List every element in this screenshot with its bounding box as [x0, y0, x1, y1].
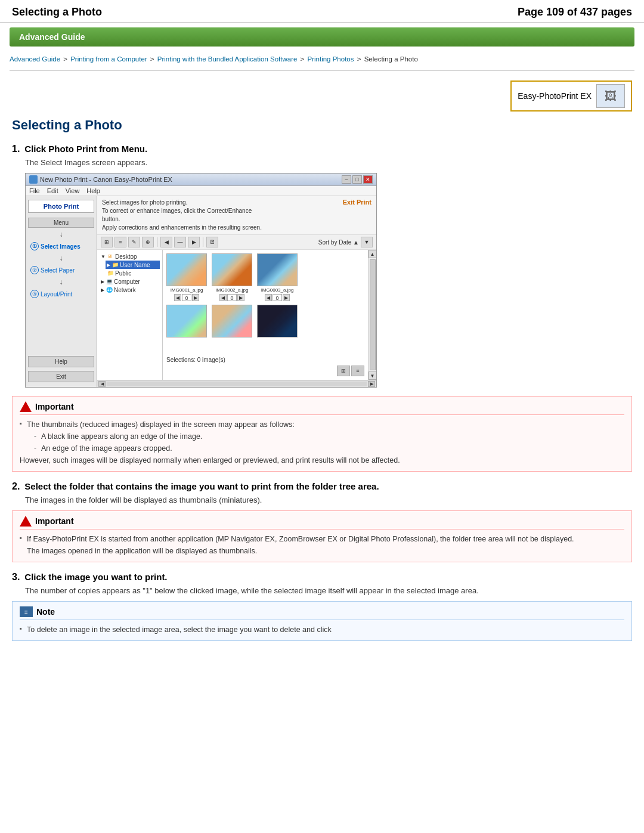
- close-btn[interactable]: ✕: [363, 175, 373, 184]
- photo-label-1: IMG0001_a.jpg: [171, 287, 203, 293]
- section-title: Selecting a Photo: [12, 117, 632, 133]
- tool-btn-7[interactable]: ▶: [188, 237, 200, 247]
- menu-file[interactable]: File: [29, 187, 40, 194]
- photo-plus-1[interactable]: ▶: [192, 294, 199, 301]
- exit-print-label[interactable]: Exit Print: [343, 199, 371, 206]
- scroll-thumb[interactable]: [370, 259, 376, 370]
- hscroll-track[interactable]: [107, 382, 367, 386]
- important-item-2: If Easy-PhotoPrint EX is started from an…: [20, 533, 624, 557]
- step-2-heading: Select the folder that contains the imag…: [24, 481, 379, 491]
- view-icon-1[interactable]: ⊞: [337, 366, 350, 376]
- photo-thumb-4[interactable]: [166, 305, 207, 337]
- photo-img-1[interactable]: [166, 253, 207, 286]
- restore-btn[interactable]: □: [352, 175, 362, 184]
- photo-minus-2[interactable]: ◀: [219, 294, 227, 301]
- breadcrumb-sep2: >: [150, 55, 156, 63]
- photo-plus-3[interactable]: ▶: [283, 294, 290, 301]
- titlebar-left: New Photo Print - Canon Easy-PhotoPrint …: [29, 175, 172, 184]
- breadcrumb-link-advanced-guide[interactable]: Advanced Guide: [10, 55, 60, 63]
- step-1-heading-row: 1. Click Photo Print from Menu.: [12, 144, 632, 154]
- tree-arrow-desktop: ▼: [101, 254, 106, 259]
- step-3-number: 3.: [12, 572, 20, 583]
- photo-img-2[interactable]: [212, 253, 252, 286]
- photo-plus-2[interactable]: ▶: [237, 294, 244, 301]
- step-select-images[interactable]: ① Select Images: [28, 241, 94, 252]
- note-content: To delete an image in the selected image…: [20, 624, 624, 636]
- tool-btn-8[interactable]: 🖹: [206, 237, 218, 247]
- step-2-block: 2. Select the folder that contains the i…: [12, 481, 632, 562]
- important-item-1: The thumbnails (reduced images) displaye…: [20, 419, 624, 454]
- breadcrumb-link-printing-computer[interactable]: Printing from a Computer: [70, 55, 147, 63]
- photo-img-4[interactable]: [166, 305, 207, 337]
- photo-minus-3[interactable]: ◀: [265, 294, 272, 301]
- tree-username[interactable]: ▶ 📁 User Name: [106, 261, 160, 269]
- photo-thumb-1[interactable]: IMG0001_a.jpg ◀ 0 ▶: [166, 253, 207, 301]
- page-number: Page 109 of 437 pages: [518, 6, 632, 18]
- tool-btn-6[interactable]: —: [174, 237, 186, 247]
- photo-thumb-5[interactable]: [212, 305, 252, 337]
- important-content-1: The thumbnails (reduced images) displaye…: [20, 419, 624, 466]
- step-select-paper[interactable]: ② Select Paper: [28, 265, 94, 275]
- step-layout-print[interactable]: ③ Layout/Print: [28, 289, 94, 299]
- app-icon: [29, 175, 38, 184]
- toolbar-sep-2: [203, 237, 203, 247]
- important-triangle-2: [20, 516, 32, 527]
- photo-img-6[interactable]: [257, 305, 298, 337]
- menu-view[interactable]: View: [66, 187, 80, 194]
- tool-btn-3[interactable]: ✎: [128, 237, 140, 247]
- toolbar-sep-1: [157, 237, 157, 247]
- important-content-2: If Easy-PhotoPrint EX is started from an…: [20, 533, 624, 557]
- tool-btn-5[interactable]: ◀: [160, 237, 172, 247]
- photo-img-3[interactable]: [257, 253, 298, 286]
- arrow-down-3: ↓: [28, 278, 94, 286]
- tool-btn-1[interactable]: ⊞: [101, 237, 113, 247]
- step-2-desc: The images in the folder will be display…: [25, 496, 632, 504]
- photo-count-1: 0: [182, 294, 191, 301]
- tree-arrow-computer: ▶: [101, 279, 104, 284]
- arrow-down-2: ↓: [28, 254, 94, 262]
- scroll-up[interactable]: ▲: [369, 250, 377, 258]
- menu-edit[interactable]: Edit: [47, 187, 58, 194]
- tree-label-network: Network: [114, 287, 136, 293]
- minimize-btn[interactable]: –: [342, 175, 351, 184]
- step-1-block: 1. Click Photo Print from Menu. The Sele…: [12, 144, 632, 472]
- important-header-1: Important: [20, 401, 624, 415]
- logo-text: Easy-PhotoPrint EX: [518, 91, 592, 101]
- photo-thumb-2[interactable]: IMG0002_a.jpg ◀ 0 ▶: [212, 253, 252, 301]
- step-label-3: Layout/Print: [41, 291, 72, 298]
- photo-label-2: IMG0002_a.jpg: [216, 287, 249, 293]
- important-triangle-1: [20, 401, 32, 412]
- photo-img-5[interactable]: [212, 305, 252, 337]
- hscroll-right[interactable]: ▶: [368, 381, 375, 387]
- important-header-2: Important: [20, 516, 624, 529]
- tree-label-public: Public: [115, 270, 131, 277]
- menu-help[interactable]: Help: [86, 187, 100, 194]
- photo-minus-1[interactable]: ◀: [174, 294, 181, 301]
- hscrollbar: ◀ ▶: [97, 380, 376, 387]
- main-content: Selecting a Photo 1. Click Photo Print f…: [0, 117, 644, 662]
- photo-thumb-6[interactable]: [257, 305, 298, 337]
- exit-button[interactable]: Exit: [28, 371, 94, 382]
- tree-desktop[interactable]: ▼ 🖥 Desktop: [100, 252, 160, 261]
- screenshot-titlebar: New Photo Print - Canon Easy-PhotoPrint …: [26, 174, 376, 186]
- tool-btn-4[interactable]: ⊕: [142, 237, 154, 247]
- hscroll-left[interactable]: ◀: [98, 381, 106, 387]
- tree-computer[interactable]: ▶ 💻 Computer: [100, 277, 160, 286]
- folder-icon-public: 📁: [107, 270, 114, 277]
- step-num-3: ③: [30, 290, 39, 298]
- arrow-down-1: ↓: [28, 230, 94, 239]
- tool-btn-2[interactable]: ≡: [114, 237, 126, 247]
- breadcrumb-link-bundled-software[interactable]: Printing with the Bundled Application So…: [157, 55, 298, 63]
- scroll-down[interactable]: ▼: [369, 371, 377, 380]
- sort-dropdown[interactable]: ▼: [361, 237, 373, 247]
- selections-label: Selections: 0 image(s): [166, 357, 364, 363]
- tree-network[interactable]: ▶ 🌐 Network: [100, 286, 160, 294]
- selections-area: Selections: 0 image(s) ⊞ ≡: [166, 353, 364, 376]
- view-icon-2[interactable]: ≡: [351, 366, 364, 376]
- breadcrumb-link-printing-photos[interactable]: Printing Photos: [308, 55, 354, 63]
- tree-public[interactable]: 📁 Public: [106, 269, 160, 277]
- help-button[interactable]: Help: [28, 356, 94, 367]
- menu-button[interactable]: Menu: [28, 218, 94, 228]
- photo-thumb-3[interactable]: IMG0003_a.jpg ◀ 0 ▶: [257, 253, 298, 301]
- important-box-1: Important The thumbnails (reduced images…: [12, 396, 632, 472]
